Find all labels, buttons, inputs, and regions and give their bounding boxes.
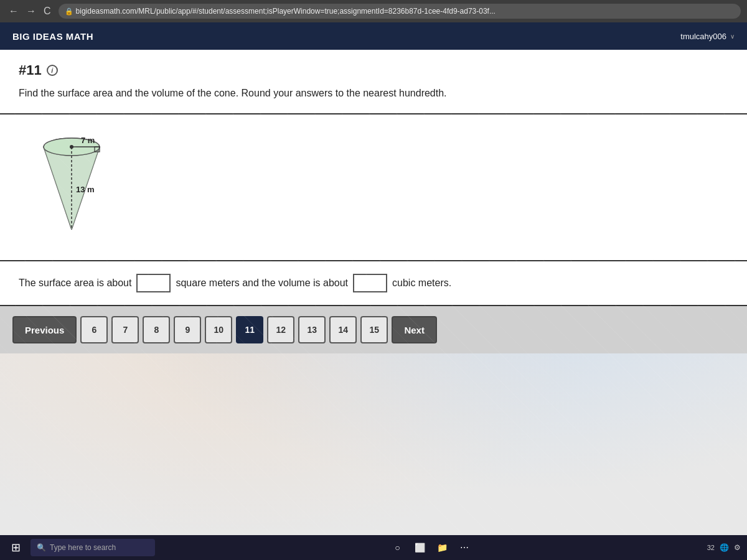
page-6-button[interactable]: 6 [80,316,108,343]
back-button[interactable]: ← [6,4,21,18]
taskbar-apps-icon[interactable]: ⋯ [456,539,473,556]
previous-button[interactable]: Previous [12,316,77,343]
start-icon[interactable]: ⊞ [6,541,26,554]
surface-area-input[interactable] [136,274,171,292]
taskbar-center-icons: ○ ⬜ 📁 ⋯ [160,539,702,556]
chevron-down-icon[interactable]: ∨ [730,33,735,40]
username: tmulcahy006 [680,32,726,41]
taskbar-settings-icon[interactable]: ⚙ [734,543,741,552]
search-placeholder: Type here to search [50,543,116,552]
taskbar-right-area: 32 🌐 ⚙ [707,543,741,552]
taskbar-taskview-icon[interactable]: ⬜ [411,539,428,556]
next-button[interactable]: Next [392,316,437,343]
taskbar-cortana-icon[interactable]: ○ [388,539,406,556]
page-7-button[interactable]: 7 [111,316,139,343]
answer-middle: square meters and the volume is about [176,278,348,289]
url-text: bigideasmath.com/MRL/public/app/#/studen… [76,7,496,16]
info-icon[interactable]: i [47,65,58,76]
content-area: #11 i Find the surface area and the volu… [0,50,747,535]
question-number: #11 i [19,62,728,78]
answer-prefix: The surface area is about [19,278,131,289]
answer-sentence: The surface area is about square meters … [19,274,728,292]
page-10-button[interactable]: 10 [205,316,232,343]
page-12-button[interactable]: 12 [267,316,294,343]
taskbar-search-box[interactable]: 🔍 Type here to search [31,539,155,556]
search-icon: 🔍 [37,543,46,552]
taskbar: ⊞ 🔍 Type here to search ○ ⬜ 📁 ⋯ 32 🌐 ⚙ [0,535,747,560]
volume-input[interactable] [353,274,387,292]
question-text: Find the surface area and the volume of … [19,86,728,101]
app-title: BIG IDEAS MATH [12,31,93,42]
answer-area: The surface area is about square meters … [0,261,747,306]
page-8-button[interactable]: 8 [143,316,170,343]
reload-button[interactable]: C [41,4,54,18]
diagram-area: 7 m 13 m [0,114,747,261]
svg-text:7 m: 7 m [81,136,95,145]
taskbar-edge-icon[interactable]: 🌐 [720,543,729,552]
browser-bar: ← → C 🔒 bigideasmath.com/MRL/public/app/… [0,0,747,22]
forward-button[interactable]: → [24,4,39,18]
answer-suffix: cubic meters. [392,278,451,289]
svg-text:13 m: 13 m [76,185,95,194]
address-bar[interactable]: 🔒 bigideasmath.com/MRL/public/app/#/stud… [59,4,741,19]
browser-navigation: ← → C [6,4,54,18]
app-header: BIG IDEAS MATH tmulcahy006 ∨ [0,22,747,50]
cone-diagram: 7 m 13 m [19,121,131,245]
page-13-button[interactable]: 13 [298,316,326,343]
page-9-button[interactable]: 9 [174,316,201,343]
page-15-button[interactable]: 15 [360,316,388,343]
page-14-button[interactable]: 14 [329,316,357,343]
taskbar-file-icon[interactable]: 📁 [433,539,451,556]
user-info: tmulcahy006 ∨ [680,32,735,41]
clock-display: 32 [707,544,715,551]
page-11-button[interactable]: 11 [236,316,263,343]
question-card: #11 i Find the surface area and the volu… [0,50,747,114]
navigation-area: Previous 6 7 8 9 10 11 12 13 14 15 Next [0,306,747,353]
lock-icon: 🔒 [65,7,73,16]
